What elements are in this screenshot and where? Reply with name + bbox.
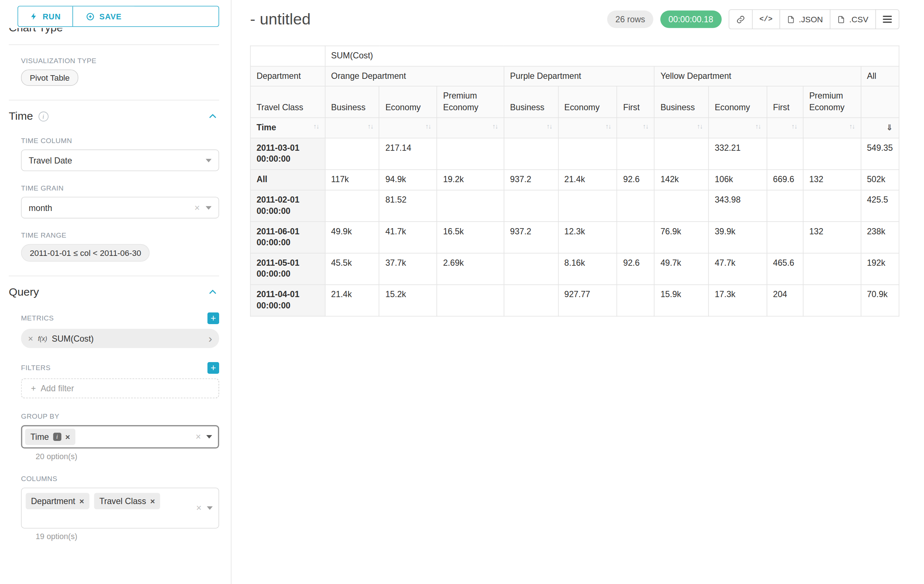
clear-icon[interactable]: × xyxy=(195,432,201,442)
sort-icon[interactable]: ↑↓ xyxy=(546,122,552,132)
pivot-value-cell xyxy=(437,138,504,170)
row-count-badge: 26 rows xyxy=(607,11,653,28)
chart-area: - untitled 26 rows 00:00:00.18 </> .JSON xyxy=(231,0,924,584)
caret-right-icon[interactable]: › xyxy=(208,333,212,344)
pivot-value-cell: 17.3k xyxy=(708,285,767,316)
pivot-value-cell xyxy=(617,285,654,316)
remove-tag-icon[interactable]: × xyxy=(65,433,70,441)
caret-down-icon[interactable] xyxy=(206,435,212,439)
save-button[interactable]: SAVE xyxy=(73,7,134,26)
sort-header-cell[interactable]: ↑↓ xyxy=(708,118,767,138)
column-header-cell: Economy xyxy=(558,86,617,118)
export-csv-button[interactable]: .CSV xyxy=(830,10,876,29)
time-grain-select[interactable]: month × xyxy=(21,197,219,218)
column-header-cell: First xyxy=(767,86,803,118)
metric-label: SUM(Cost) xyxy=(52,334,94,343)
add-metric-button[interactable]: + xyxy=(208,313,219,324)
sort-icon[interactable]: ↑↓ xyxy=(314,122,319,132)
sort-header-cell[interactable]: ↑↓ xyxy=(558,118,617,138)
share-link-button[interactable] xyxy=(729,10,753,29)
group-by-options-count: 20 option(s) xyxy=(36,452,219,461)
column-group-cell: All xyxy=(861,66,899,86)
pivot-value-cell: 332.21 xyxy=(708,138,767,170)
export-json-button[interactable]: .JSON xyxy=(780,10,831,29)
pivot-value-cell: 45.5k xyxy=(325,253,380,285)
bolt-icon xyxy=(30,12,38,20)
pivot-value-cell: 927.77 xyxy=(558,285,617,316)
group-by-select[interactable]: Timei× × xyxy=(21,425,219,449)
remove-tag-icon[interactable]: × xyxy=(150,497,155,505)
embed-code-button[interactable]: </> xyxy=(752,10,780,29)
sort-header-cell[interactable]: ⇓ xyxy=(861,118,899,138)
visualization-type-pill[interactable]: Pivot Table xyxy=(21,69,79,86)
clear-icon[interactable]: × xyxy=(196,503,201,513)
sort-header-cell[interactable]: ↑↓ xyxy=(617,118,654,138)
sort-header-cell[interactable]: ↑↓ xyxy=(803,118,861,138)
time-section-header[interactable]: Time i xyxy=(9,110,219,123)
sort-header-cell[interactable]: ↑↓ xyxy=(504,118,558,138)
pivot-value-cell xyxy=(325,138,380,170)
columns-options-count: 19 option(s) xyxy=(36,532,219,541)
plus-icon: + xyxy=(31,383,36,393)
save-button-label: SAVE xyxy=(99,12,122,21)
pivot-value-cell xyxy=(558,190,617,222)
pivot-value-cell: 238k xyxy=(861,222,899,253)
chevron-up-icon[interactable] xyxy=(208,113,216,119)
sort-header-cell[interactable]: ↑↓ xyxy=(655,118,709,138)
time-header-cell[interactable]: Time↑↓ xyxy=(251,118,325,138)
sort-icon[interactable]: ↑↓ xyxy=(792,122,797,132)
sort-icon[interactable]: ↑↓ xyxy=(492,122,498,132)
filters-label: FILTERS xyxy=(21,364,51,372)
time-column-select[interactable]: Travel Date xyxy=(21,150,219,171)
visualization-type-label: VISUALIZATION TYPE xyxy=(21,57,219,64)
columns-select[interactable]: Department×Travel Class× × xyxy=(21,488,219,528)
run-button[interactable]: RUN xyxy=(18,7,73,26)
query-section-header[interactable]: Query xyxy=(9,285,219,298)
sort-header-cell[interactable]: ↑↓ xyxy=(767,118,803,138)
sort-desc-icon[interactable]: ⇓ xyxy=(886,122,893,133)
caret-down-icon xyxy=(206,206,211,209)
sort-icon[interactable]: ↑↓ xyxy=(849,122,855,132)
info-icon[interactable]: i xyxy=(38,111,48,121)
more-options-button[interactable] xyxy=(875,10,899,29)
sort-header-cell[interactable]: ↑↓ xyxy=(325,118,380,138)
time-range-pill[interactable]: 2011-01-01 ≤ col < 2011-06-30 xyxy=(21,244,150,262)
pivot-value-cell xyxy=(655,138,709,170)
sort-icon[interactable]: ↑↓ xyxy=(425,122,431,132)
sort-icon[interactable]: ↑↓ xyxy=(755,122,761,132)
sort-icon[interactable]: ↑↓ xyxy=(643,122,648,132)
info-icon[interactable]: i xyxy=(53,433,61,441)
metric-pill[interactable]: × f(x) SUM(Cost) › xyxy=(21,329,219,348)
pivot-value-cell xyxy=(504,285,558,316)
pivot-value-cell: 937.2 xyxy=(504,222,558,253)
clear-icon[interactable]: × xyxy=(194,203,200,212)
caret-down-icon[interactable] xyxy=(207,506,213,510)
add-filter-label: Add filter xyxy=(41,383,74,393)
pivot-value-cell: 94.9k xyxy=(379,170,437,190)
caret-down-icon xyxy=(206,158,211,162)
pivot-value-cell: 2.69k xyxy=(437,253,504,285)
pivot-value-cell: 49.7k xyxy=(655,253,709,285)
pivot-value-cell: 47.7k xyxy=(708,253,767,285)
remove-tag-icon[interactable]: × xyxy=(79,497,84,505)
column-header-cell: First xyxy=(617,86,654,118)
sort-icon[interactable]: ↑↓ xyxy=(605,122,610,132)
add-filter-button[interactable]: + xyxy=(208,362,219,374)
selected-option-tag[interactable]: Timei× xyxy=(25,429,75,445)
selected-option-tag[interactable]: Travel Class× xyxy=(94,493,160,509)
chart-title[interactable]: - untitled xyxy=(250,10,311,28)
remove-metric-icon[interactable]: × xyxy=(28,334,33,344)
pivot-value-cell: 49.9k xyxy=(325,222,380,253)
sort-icon[interactable]: ↑↓ xyxy=(367,122,373,132)
pivot-value-cell: 21.4k xyxy=(325,285,380,316)
pivot-value-cell: 19.2k xyxy=(437,170,504,190)
chevron-up-icon[interactable] xyxy=(208,289,216,295)
sort-header-cell[interactable]: ↑↓ xyxy=(437,118,504,138)
selected-option-tag[interactable]: Department× xyxy=(26,493,89,509)
add-filter-field[interactable]: + Add filter xyxy=(21,378,219,398)
sort-icon[interactable]: ↑↓ xyxy=(697,122,702,132)
sort-header-cell[interactable]: ↑↓ xyxy=(379,118,437,138)
pivot-value-cell xyxy=(558,138,617,170)
chevron-up-icon[interactable] xyxy=(205,28,213,29)
pivot-value-cell: 465.6 xyxy=(767,253,803,285)
